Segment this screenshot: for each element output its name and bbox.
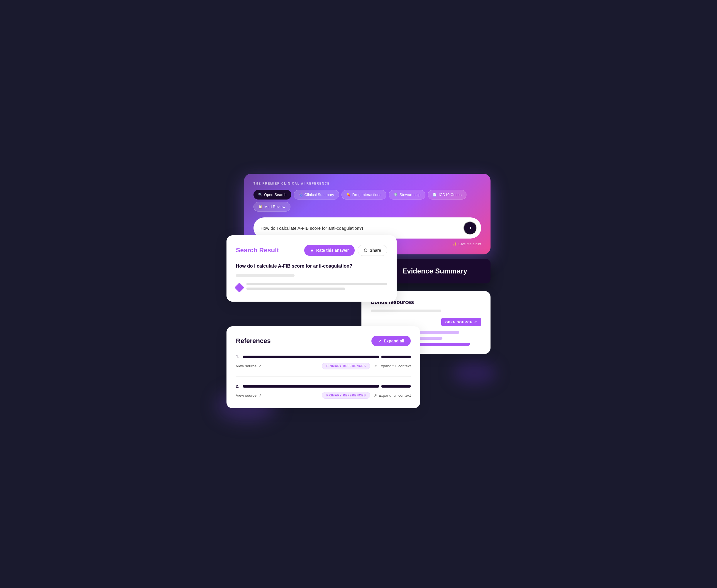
tab-clinical-summary[interactable]: 🩺 Clinical Summary	[294, 190, 339, 200]
expand-all-button[interactable]: ↗ Expand all	[372, 336, 411, 346]
primary-ref-badge-2: PRIMARY REFERENCES	[322, 392, 370, 399]
stethoscope-icon: 🩺	[299, 193, 303, 197]
share-button[interactable]: ⬡ Share	[358, 245, 387, 256]
content-line-2	[247, 288, 345, 290]
ref-1-line-short	[381, 356, 411, 358]
tab-med-review[interactable]: 📋 Med Review	[253, 202, 291, 212]
result-question: How do I calculate A-FIB score for anti-…	[236, 263, 387, 269]
tab-open-search[interactable]: 🔍 Open Search	[253, 190, 291, 200]
nav-tabs: 🔍 Open Search 🩺 Clinical Summary 💊 Drug …	[253, 190, 481, 212]
external-link-icon: ↗	[474, 320, 477, 324]
star-icon: ★	[310, 248, 314, 253]
search-result-card: Search Result ★ Rate this answer ⬡ Share…	[227, 235, 397, 302]
expand-context-icon: ↗	[374, 364, 377, 368]
expand-context-link-1[interactable]: ↗ Expand full context	[374, 364, 411, 368]
evidence-title: Evidence Summary	[388, 267, 481, 275]
bonus-meta-bar	[371, 310, 441, 312]
view-source-link-2[interactable]: View source ↗	[236, 393, 262, 398]
reference-item-2: 2. View source ↗ PRIMARY REFERENCES ↗ Ex…	[236, 384, 411, 399]
result-actions: ★ Rate this answer ⬡ Share	[304, 245, 387, 256]
content-line-1	[247, 283, 387, 285]
reference-1-number: 1.	[236, 354, 240, 359]
ref-2-right-actions: PRIMARY REFERENCES ↗ Expand full context	[322, 392, 411, 399]
result-meta-bar	[236, 274, 295, 277]
search-result-title: Search Result	[236, 247, 279, 254]
ref-1-line-main	[243, 356, 379, 358]
search-query-text: How do I calculate A-FIB score for anti-…	[260, 226, 460, 231]
share-icon: ⬡	[364, 248, 367, 253]
tab-stewardship[interactable]: 🛡️ Stewardship	[389, 190, 426, 200]
ref-2-line-short	[381, 385, 411, 387]
references-header: References ↗ Expand all	[236, 336, 411, 346]
references-card: References ↗ Expand all 1. View source ↗…	[227, 326, 420, 408]
reference-2-meta: View source ↗ PRIMARY REFERENCES ↗ Expan…	[236, 392, 411, 399]
expand-icon: ↗	[378, 339, 381, 343]
expand-context-link-2[interactable]: ↗ Expand full context	[374, 393, 411, 398]
references-title: References	[236, 337, 271, 345]
clipboard-icon: 📋	[258, 205, 262, 209]
reference-item-1: 1. View source ↗ PRIMARY REFERENCES ↗ Ex…	[236, 354, 411, 377]
reference-1-number-row: 1.	[236, 354, 411, 359]
reference-1-meta: View source ↗ PRIMARY REFERENCES ↗ Expan…	[236, 363, 411, 370]
ref-1-right-actions: PRIMARY REFERENCES ↗ Expand full context	[322, 363, 411, 370]
search-result-header: Search Result ★ Rate this answer ⬡ Share	[236, 245, 387, 256]
search-submit-button[interactable]	[464, 222, 477, 234]
search-icon: 🔍	[258, 193, 262, 197]
tab-icd10-codes[interactable]: 📄 ICD10 Codes	[428, 190, 466, 200]
external-link-icon-2: ↗	[258, 393, 262, 398]
hint-label[interactable]: Give me a hint	[459, 242, 481, 246]
ref-2-line-main	[243, 385, 379, 387]
reference-2-number: 2.	[236, 384, 240, 388]
result-content-area	[236, 283, 387, 292]
content-lines	[247, 283, 387, 292]
rate-answer-button[interactable]: ★ Rate this answer	[304, 245, 355, 256]
expand-context-icon-2: ↗	[374, 393, 377, 398]
sparkle-icon: ✨	[453, 242, 457, 246]
external-link-icon: ↗	[258, 364, 262, 368]
primary-ref-badge-1: PRIMARY REFERENCES	[322, 363, 370, 370]
document-icon: 📄	[433, 193, 437, 197]
premier-label: THE PREMIER CLINICAL AI REFERENCE	[253, 182, 481, 185]
pill-icon: 💊	[346, 193, 351, 197]
diamond-icon	[234, 282, 245, 293]
open-source-button[interactable]: OPEN SOURCE ↗	[441, 318, 481, 326]
tab-drug-interactions[interactable]: 💊 Drug Interactions	[341, 190, 386, 200]
view-source-link-1[interactable]: View source ↗	[236, 364, 262, 368]
shield-icon: 🛡️	[394, 193, 398, 197]
reference-2-number-row: 2.	[236, 384, 411, 388]
